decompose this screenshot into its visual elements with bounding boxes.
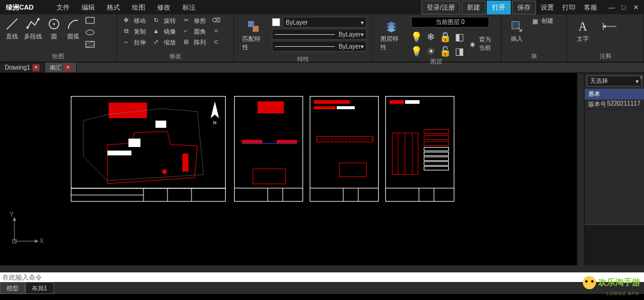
watermark-subtitle: LODOZ.ATH — [607, 291, 639, 296]
tool-erase[interactable]: ⌫ — [212, 17, 220, 25]
set-current-layer-button[interactable]: ◉置为当前 — [470, 35, 496, 52]
rectangle-icon[interactable] — [85, 17, 95, 24]
tool-stretch[interactable]: ↔拉伸 — [122, 38, 146, 47]
panel-modify-label: 修改 — [122, 51, 229, 62]
drawing-canvas[interactable]: N — [0, 73, 577, 265]
layer-on-icon[interactable]: 💡 — [411, 31, 422, 42]
save-button[interactable]: 保存 — [512, 1, 536, 14]
layout-tab-model[interactable]: 模型 — [0, 282, 25, 294]
layer-properties-icon — [384, 19, 399, 34]
menu-modify[interactable]: 修改 — [152, 1, 175, 14]
layer-freeze-icon[interactable]: ❄ — [426, 31, 436, 42]
insert-block-button[interactable]: 插入 — [506, 17, 528, 46]
svg-point-2 — [37, 18, 40, 20]
rotate-icon: ↻ — [152, 17, 160, 25]
create-block-button[interactable]: ▦创建 — [532, 17, 553, 25]
selection-dropdown[interactable]: 无选择▾ — [587, 76, 642, 86]
svg-line-8 — [86, 41, 94, 44]
login-button[interactable]: 登录/注册 — [421, 1, 460, 14]
linetype-dropdown[interactable]: ByLayer▾ — [272, 41, 367, 52]
vertical-scrollbar[interactable] — [577, 73, 584, 265]
tool-mirror[interactable]: ▲镜像 — [152, 28, 176, 36]
panel-annotate-label: 注释 — [572, 51, 639, 62]
layer-unlock-icon[interactable]: 🔓 — [440, 46, 451, 56]
tool-scale[interactable]: ⤢缩放 — [152, 38, 176, 47]
layer-properties-button[interactable]: 图层特性 — [377, 17, 406, 54]
close-icon[interactable]: ✕ — [630, 4, 642, 11]
stretch-icon: ↔ — [122, 38, 130, 47]
tab-close-icon[interactable]: × — [32, 64, 40, 71]
open-button[interactable]: 打开 — [487, 1, 511, 14]
menu-draw[interactable]: 绘图 — [127, 1, 150, 14]
menu-format[interactable]: 格式 — [102, 1, 125, 14]
tool-move[interactable]: ✥移动 — [122, 17, 146, 25]
settings-link[interactable]: 设置 — [537, 1, 558, 14]
tool-fillet[interactable]: ⌐圆角 — [182, 28, 206, 36]
circle-icon — [47, 17, 61, 31]
mirror-icon: ▲ — [152, 28, 160, 36]
command-line-input[interactable]: 在此输入命令 — [0, 272, 644, 282]
ucs-icon: X Y — [7, 212, 43, 248]
svg-point-1 — [26, 26, 29, 29]
arc-icon — [66, 17, 80, 31]
svg-rect-18 — [107, 151, 131, 155]
tool-arc[interactable]: 圆弧 — [66, 17, 80, 41]
polyline-icon — [26, 17, 40, 31]
props-group-basic[interactable]: 基本 — [585, 89, 644, 100]
menu-edit[interactable]: 编辑 — [77, 1, 100, 14]
svg-point-4 — [53, 23, 55, 25]
panel-close-icon[interactable]: × — [640, 74, 643, 80]
doc-tab-drawing1[interactable]: Drawing1× — [0, 62, 45, 73]
svg-rect-17 — [155, 121, 166, 128]
hatch-icon[interactable] — [85, 41, 95, 48]
current-layer-dropdown[interactable]: 当前图层 0 — [411, 17, 489, 28]
layer-lock-icon[interactable]: 🔒 — [440, 31, 451, 42]
app-title: 绿洲CAD — [0, 3, 40, 12]
tool-trim[interactable]: ✂修剪 — [182, 17, 206, 25]
menu-file[interactable]: 文件 — [52, 1, 74, 14]
menu-dimension[interactable]: 标注 — [178, 1, 200, 14]
array-icon: ⊞ — [182, 38, 190, 47]
doc-tab-nanhui[interactable]: 南汇× — [45, 62, 77, 73]
layout-tab-layout1[interactable]: 布局1 — [25, 282, 54, 294]
svg-rect-7 — [86, 41, 94, 47]
panel-layer: 图层特性 当前图层 0 💡 ❄ 🔒 ◧ 💡 ☀ 🔓 ◨ ◉置为当前 — [372, 14, 501, 62]
svg-text:N: N — [213, 120, 217, 124]
layer-match-icon[interactable]: ◨ — [454, 46, 465, 56]
support-link[interactable]: 客服 — [580, 1, 601, 14]
new-button[interactable]: 新建 — [462, 1, 486, 14]
text-button[interactable]: A 文字 — [572, 17, 594, 46]
tool-polyline[interactable]: 多段线 — [24, 17, 42, 41]
svg-rect-16 — [128, 139, 140, 147]
tool-explode[interactable]: ✧ — [212, 28, 220, 36]
tab-close-icon[interactable]: × — [64, 64, 71, 71]
horizontal-scrollbar[interactable] — [0, 265, 644, 272]
print-link[interactable]: 打印 — [559, 1, 579, 14]
panel-draw: 直线 多段线 圆 圆弧 绘图 — [0, 14, 117, 62]
watermark-logo-icon — [583, 276, 596, 289]
title-bar: 绿洲CAD 文件 编辑 格式 绘图 修改 标注 登录/注册 新建 打开 保存 设… — [0, 0, 644, 14]
color-dropdown[interactable]: ByLayer▾ — [283, 17, 367, 28]
tool-offset[interactable]: ⊂ — [212, 38, 220, 47]
tool-rotate[interactable]: ↻旋转 — [152, 17, 176, 25]
minimize-icon[interactable]: — — [606, 4, 618, 11]
layer-color-icon[interactable]: ◧ — [454, 31, 465, 42]
main-menu: 文件 编辑 格式 绘图 修改 标注 — [52, 1, 200, 14]
tool-array[interactable]: ⊞阵列 — [182, 38, 206, 47]
maximize-icon[interactable]: □ — [618, 4, 630, 11]
layer-off-icon[interactable]: 💡 — [411, 46, 422, 56]
lineweight-dropdown[interactable]: ByLayer▾ — [272, 29, 367, 40]
chevron-down-icon: ▾ — [361, 31, 364, 38]
match-properties-button[interactable]: 匹配特性 — [239, 17, 267, 54]
chevron-down-icon: ▾ — [361, 19, 364, 26]
chevron-down-icon: ▾ — [636, 78, 639, 85]
dimension-button[interactable] — [598, 17, 620, 36]
ellipse-icon[interactable] — [85, 29, 95, 36]
fillet-icon: ⌐ — [182, 28, 190, 36]
title-right-controls: 登录/注册 新建 打开 保存 设置 打印 客服 — □ ✕ — [421, 1, 644, 14]
tool-line[interactable]: 直线 — [5, 17, 19, 41]
layer-thaw-icon[interactable]: ☀ — [426, 46, 436, 56]
tool-copy[interactable]: ⧉复制 — [122, 28, 146, 36]
panel-layer-label: 图层 — [377, 56, 496, 67]
tool-circle[interactable]: 圆 — [47, 17, 61, 41]
